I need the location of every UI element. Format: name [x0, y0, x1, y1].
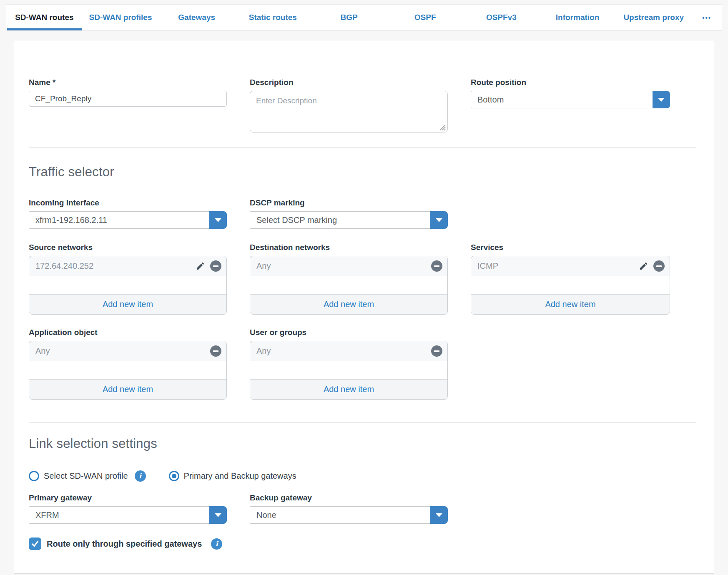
name-input[interactable] — [29, 91, 227, 107]
chevron-down-icon — [658, 98, 665, 102]
application-object-listbox: Any Add new item — [29, 341, 227, 400]
checkmark-icon — [30, 539, 40, 548]
route-position-select[interactable]: Bottom — [471, 91, 670, 108]
list-item: Any — [250, 341, 447, 361]
name-field-group: Name * — [29, 78, 227, 107]
application-object-value: Any — [35, 346, 50, 356]
tab-more-ellipsis[interactable]: ••• — [692, 5, 722, 30]
list-empty-area — [471, 276, 670, 294]
networks-services-row: Source networks 172.64.240.252 Add new i… — [29, 243, 695, 315]
dscp-marking-select[interactable]: Select DSCP marking — [250, 211, 448, 229]
primary-backup-gateways-radio[interactable] — [169, 471, 179, 481]
route-only-row: Route only through specified gateways — [29, 538, 695, 550]
destination-networks-field-group: Destination networks Any Add new item — [250, 243, 448, 315]
primary-gateway-label: Primary gateway — [29, 493, 227, 502]
primary-backup-gateways-radio-label: Primary and Backup gateways — [184, 471, 296, 481]
user-or-groups-label: User or groups — [250, 328, 448, 337]
source-networks-field-group: Source networks 172.64.240.252 Add new i… — [29, 243, 227, 315]
chevron-down-icon — [215, 218, 221, 222]
link-selection-heading: Link selection settings — [29, 436, 695, 451]
info-icon[interactable] — [211, 538, 222, 550]
description-label: Description — [250, 78, 448, 87]
primary-gateway-field-group: Primary gateway XFRM — [29, 493, 227, 524]
list-item: Any — [29, 341, 226, 361]
section-divider — [29, 422, 696, 423]
list-item: 172.64.240.252 — [29, 256, 226, 276]
backup-gateway-field-group: Backup gateway None — [250, 493, 448, 524]
incoming-interface-label: Incoming interface — [29, 198, 227, 208]
description-field-group: Description — [250, 78, 448, 134]
services-label: Services — [471, 243, 670, 252]
gateway-selects-row: Primary gateway XFRM Backup gateway None — [29, 493, 695, 524]
application-object-label: Application object — [29, 328, 227, 337]
sdwan-route-form-card: Name * Description Route position Bottom — [14, 41, 714, 574]
route-position-dropdown-button[interactable] — [653, 91, 670, 108]
chevron-down-icon — [215, 513, 221, 517]
edit-pencil-icon[interactable] — [196, 261, 205, 271]
remove-minus-icon[interactable] — [431, 260, 442, 272]
list-item: ICMP — [471, 256, 670, 276]
primary-gateway-value: XFRM — [29, 506, 209, 524]
primary-gateway-dropdown-button[interactable] — [209, 506, 227, 524]
list-empty-area — [29, 361, 226, 379]
tab-static-routes[interactable]: Static routes — [235, 5, 311, 30]
destination-networks-label: Destination networks — [250, 243, 448, 252]
tab-information[interactable]: Information — [540, 5, 616, 30]
backup-gateway-label: Backup gateway — [250, 493, 448, 502]
route-position-value: Bottom — [471, 91, 653, 108]
services-add-button[interactable]: Add new item — [471, 294, 670, 314]
destination-network-value: Any — [256, 261, 271, 271]
incoming-interface-field-group: Incoming interface xfrm1-192.168.2.11 — [29, 198, 227, 229]
link-selection-radio-row: Select SD-WAN profile Primary and Backup… — [29, 470, 695, 482]
name-label: Name * — [29, 78, 227, 87]
source-networks-add-button[interactable]: Add new item — [29, 294, 226, 314]
tab-bar: SD-WAN routes SD-WAN profiles Gateways S… — [6, 4, 722, 31]
services-field-group: Services ICMP Add new item — [471, 243, 670, 315]
dscp-marking-dropdown-button[interactable] — [430, 211, 448, 229]
route-position-field-group: Route position Bottom — [471, 78, 670, 108]
incoming-interface-dropdown-button[interactable] — [209, 211, 227, 229]
source-networks-listbox: 172.64.240.252 Add new item — [29, 256, 227, 315]
backup-gateway-dropdown-button[interactable] — [430, 506, 448, 524]
list-empty-area — [250, 276, 447, 294]
primary-gateway-select[interactable]: XFRM — [29, 506, 227, 524]
backup-gateway-select[interactable]: None — [250, 506, 448, 524]
dscp-marking-label: DSCP marking — [250, 198, 448, 208]
info-icon[interactable] — [135, 470, 146, 482]
source-network-value: 172.64.240.252 — [35, 261, 93, 271]
remove-minus-icon[interactable] — [210, 345, 221, 357]
incoming-interface-select[interactable]: xfrm1-192.168.2.11 — [29, 211, 227, 229]
list-empty-area — [29, 276, 226, 294]
sdwan-profile-radio[interactable] — [29, 471, 39, 481]
list-empty-area — [250, 361, 447, 379]
destination-networks-add-button[interactable]: Add new item — [250, 294, 447, 314]
destination-networks-listbox: Any Add new item — [250, 256, 448, 315]
backup-gateway-value: None — [250, 506, 430, 524]
description-textarea[interactable] — [250, 91, 448, 132]
edit-pencil-icon[interactable] — [639, 261, 648, 271]
list-item: Any — [250, 256, 447, 276]
tab-gateways[interactable]: Gateways — [158, 5, 235, 30]
interface-dscp-row: Incoming interface xfrm1-192.168.2.11 DS… — [29, 198, 695, 229]
resize-handle-icon[interactable] — [439, 124, 446, 131]
tab-upstream-proxy[interactable]: Upstream proxy — [615, 5, 692, 30]
remove-minus-icon[interactable] — [210, 260, 221, 272]
chevron-down-icon — [436, 513, 442, 517]
dscp-marking-field-group: DSCP marking Select DSCP marking — [250, 198, 448, 229]
remove-minus-icon[interactable] — [431, 345, 442, 357]
route-position-label: Route position — [471, 78, 670, 87]
user-or-groups-listbox: Any Add new item — [250, 341, 448, 400]
user-or-groups-add-button[interactable]: Add new item — [250, 379, 447, 399]
source-networks-label: Source networks — [29, 243, 227, 252]
route-only-label: Route only through specified gateways — [47, 539, 202, 549]
tab-sdwan-routes[interactable]: SD-WAN routes — [6, 5, 83, 30]
route-only-checkbox[interactable] — [29, 538, 41, 550]
remove-minus-icon[interactable] — [653, 260, 665, 272]
dscp-marking-value: Select DSCP marking — [250, 211, 430, 229]
application-object-add-button[interactable]: Add new item — [29, 379, 226, 399]
incoming-interface-value: xfrm1-192.168.2.11 — [29, 211, 209, 229]
tab-ospf[interactable]: OSPF — [387, 5, 463, 30]
tab-sdwan-profiles[interactable]: SD-WAN profiles — [83, 5, 159, 30]
tab-ospfv3[interactable]: OSPFv3 — [463, 5, 540, 30]
tab-bgp[interactable]: BGP — [311, 5, 387, 30]
